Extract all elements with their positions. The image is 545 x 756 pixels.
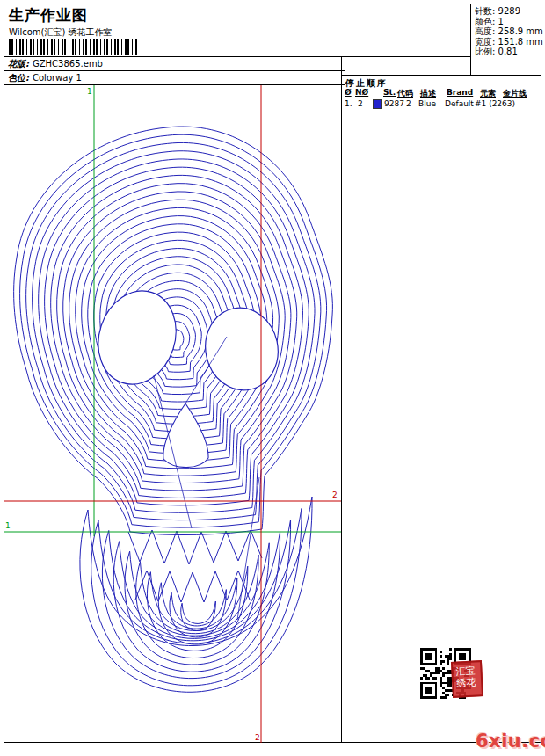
- colorway-row: 色位:Colorway 1: [4, 71, 345, 85]
- stop-sequence-panel: 停止顺序 Ø NØ St. 代码 描述 Brand 元素 金片线 1. 2 92…: [341, 75, 541, 743]
- cell-element: #1 (2263): [475, 99, 515, 108]
- cell-stop: 1.: [345, 99, 352, 108]
- design-file-value: GZHC3865.emb: [33, 59, 103, 69]
- cell-code: 2: [406, 99, 411, 108]
- stat-height: 高度: 258.9 mm: [475, 26, 543, 37]
- design-canvas: 1122: [4, 85, 341, 743]
- page-title: 生产作业图: [9, 5, 88, 25]
- stat-colors: 颜色: 1: [475, 17, 543, 27]
- stat-stitches: 针数: 9289: [475, 6, 543, 17]
- svg-text:1: 1: [5, 521, 11, 530]
- col-needle: NØ: [355, 88, 368, 97]
- divider-stats: [470, 4, 471, 75]
- cell-desc: Blue: [418, 99, 436, 108]
- col-code: 代码: [397, 88, 413, 99]
- cell-st: 9287: [384, 99, 404, 108]
- col-desc: 描述: [420, 88, 436, 99]
- design-file-label: 花版:: [8, 59, 29, 69]
- studio-subtitle: Wilcom(汇宝) 绣花工作室: [9, 26, 113, 39]
- stats-panel: 针数: 9289 颜色: 1 高度: 258.9 mm 宽度: 151.8 mm…: [475, 6, 543, 57]
- cell-needle: 2: [358, 99, 363, 108]
- cell-brand: Default: [445, 99, 474, 108]
- col-sequin: 金片线: [503, 88, 527, 99]
- red-seal-stamp: 汇宝绣花: [451, 660, 483, 698]
- color-chip: [373, 99, 382, 109]
- design-file-row: 花版:GZHC3865.emb: [4, 57, 345, 71]
- barcode: [9, 39, 137, 55]
- col-stop: Ø: [345, 88, 352, 97]
- colorway-label: 色位:: [8, 73, 29, 83]
- svg-text:1: 1: [87, 87, 92, 96]
- colorway-value: Colorway 1: [33, 73, 82, 83]
- stat-scale: 比例: 0.81: [475, 47, 543, 57]
- worksheet-page: 生产作业图 Wilcom(汇宝) 绣花工作室 针数: 9289 颜色: 1 高度…: [0, 0, 545, 756]
- stamp-text: 汇宝绣花: [455, 665, 476, 689]
- skull-stitch-drawing: 1122: [4, 85, 341, 743]
- col-element: 元素: [480, 88, 496, 99]
- col-brand: Brand: [447, 88, 473, 97]
- site-watermark: 6xiu.com: [476, 731, 545, 752]
- svg-text:2: 2: [255, 733, 260, 742]
- stat-width: 宽度: 151.8 mm: [475, 37, 543, 47]
- svg-text:2: 2: [332, 491, 338, 499]
- col-st: St.: [383, 88, 396, 97]
